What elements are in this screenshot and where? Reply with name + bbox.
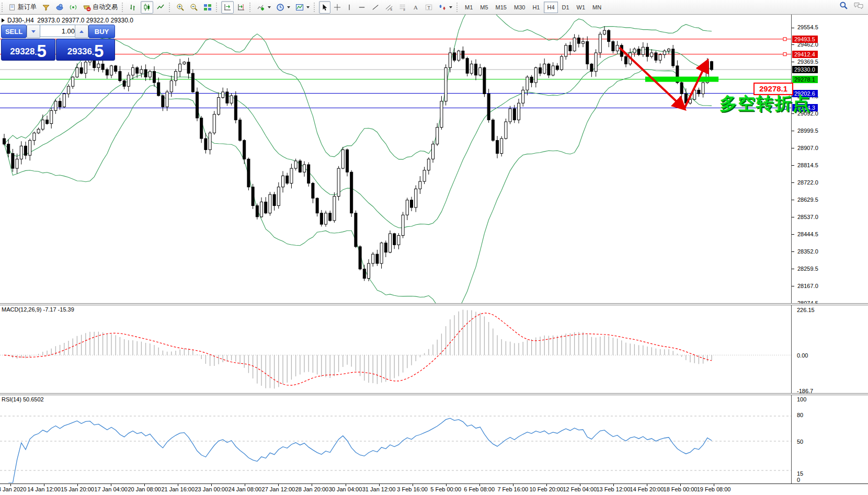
toolbar-grip[interactable] [314, 3, 316, 12]
price-tick: 28814.5 [797, 162, 818, 168]
arrows-button[interactable] [436, 1, 454, 14]
price-tick-dash [792, 251, 794, 252]
cursor-icon [321, 4, 328, 11]
market-button[interactable] [40, 1, 52, 14]
sell-price-frac: 5 [37, 42, 46, 60]
text-label-icon: T [425, 4, 433, 11]
rsi-axis-label: 50 [797, 439, 803, 445]
macd-axis-label: 226.15 [797, 307, 815, 313]
zoom-in-button[interactable] [174, 1, 187, 14]
chart-title: DJ30-,H4 29373.0 29377.0 29322.0 29330.0 [7, 17, 133, 24]
chart-candles-button[interactable] [141, 1, 153, 14]
price-line-label: 29330.0 [792, 66, 818, 73]
price-tick-dash [792, 286, 794, 286]
zoom-out-button[interactable] [188, 1, 200, 14]
chat-icon[interactable] [853, 1, 864, 10]
timeframe-bar: M1M5M15M30H1H4D1W1MN [461, 2, 605, 13]
zoom-in-icon [176, 3, 185, 11]
pane-divider[interactable] [0, 303, 868, 305]
toolbar-grip[interactable] [216, 3, 219, 12]
time-label: 30 Jan 04:00 [329, 486, 362, 492]
buy-button[interactable]: BUY [88, 25, 115, 38]
price-line-label: 29278.1 [792, 76, 818, 83]
volume-input[interactable] [40, 25, 78, 37]
rsi-axis-label: 80 [797, 412, 803, 418]
vertical-line-button[interactable] [344, 1, 355, 14]
timeframe-W1[interactable]: W1 [574, 2, 589, 13]
auto-scroll-button[interactable] [221, 1, 234, 14]
timeframe-H4[interactable]: H4 [544, 2, 557, 13]
timeframe-M5[interactable]: M5 [477, 2, 491, 13]
timeframe-H1[interactable]: H1 [529, 2, 543, 13]
market-icon [42, 3, 50, 11]
volume-up-button[interactable] [75, 25, 88, 38]
macd-pane[interactable] [0, 305, 791, 393]
community-button[interactable] [53, 1, 66, 14]
price-tick: 28722.0 [797, 179, 818, 186]
time-axis[interactable]: 13 Jan 202014 Jan 12:0015 Jan 20:0017 Ja… [0, 484, 868, 495]
horizontal-line-button[interactable] [356, 1, 368, 14]
macd-axis-label: 0.00 [797, 352, 808, 359]
arrows-caret-icon [449, 6, 452, 8]
time-label: 5 Feb 00:00 [430, 486, 461, 492]
svg-text:A: A [414, 4, 418, 10]
indicators-button[interactable] [255, 1, 273, 14]
periods-button[interactable] [274, 1, 292, 14]
time-label: 13 Jan 2020 [0, 486, 26, 492]
chart-window: DJ30-,H4 29373.0 29377.0 29322.0 29330.0… [0, 15, 868, 495]
chart-line-button[interactable] [154, 1, 167, 14]
timeframe-MN[interactable]: MN [589, 2, 604, 13]
time-label: 31 Jan 12:00 [362, 486, 396, 492]
new-order-button[interactable]: 新订单 [7, 1, 39, 14]
line-chart-icon [156, 3, 165, 11]
tile-windows-button[interactable] [201, 1, 214, 14]
price-line-label: 29493.5 [792, 36, 818, 43]
price-tick: 28999.5 [797, 128, 818, 134]
cursor-button[interactable] [319, 1, 330, 14]
main-chart[interactable] [0, 15, 791, 305]
price-tick: 28352.0 [797, 248, 818, 255]
time-label: 14 Jan 12:00 [27, 486, 61, 492]
trendline-button[interactable] [369, 1, 382, 14]
chart-shift-button[interactable] [235, 1, 247, 14]
one-click-trading-panel: SELL BUY 29328.5 29336.5 [1, 25, 114, 59]
channel-button[interactable]: E [383, 1, 395, 14]
sell-price-panel[interactable]: 29328.5 [1, 39, 55, 61]
text-label-button[interactable]: T [422, 1, 435, 14]
fibonacci-button[interactable]: F [396, 1, 409, 14]
price-tick-dash [792, 217, 794, 217]
pane-divider[interactable] [0, 393, 868, 395]
timeframe-D1[interactable]: D1 [559, 2, 573, 13]
auto-scroll-icon [223, 3, 232, 11]
toolbar-grip[interactable] [169, 3, 172, 12]
indicators-icon [257, 3, 265, 11]
crosshair-button[interactable] [332, 1, 343, 14]
macd-label: MACD(12,26,9) -7.17 -15.39 [2, 306, 74, 313]
toolbar-grip[interactable] [2, 3, 4, 12]
price-tick-dash [792, 44, 794, 45]
toolbar-grip[interactable] [249, 3, 252, 12]
text-button[interactable]: A [410, 1, 421, 14]
auto-trading-button[interactable]: 自动交易 [81, 1, 120, 14]
time-label: 10 Feb 20:00 [529, 486, 563, 492]
time-label: 14 Feb 20:00 [630, 486, 664, 492]
chart-bars-button[interactable] [127, 1, 140, 14]
price-tick: 28537.0 [797, 214, 818, 220]
signals-button[interactable] [67, 1, 79, 14]
templates-button[interactable] [293, 1, 312, 14]
rsi-pane[interactable] [0, 395, 791, 483]
volume-down-button[interactable] [27, 25, 40, 38]
turning-point-note[interactable]: 多空转折点 [719, 92, 811, 116]
sell-button[interactable]: SELL [1, 25, 27, 38]
timeframe-M30[interactable]: M30 [511, 2, 528, 13]
price-tick: 29554.5 [797, 24, 818, 30]
toolbar-grip[interactable] [122, 3, 124, 12]
buy-price-panel[interactable]: 29336.5 [56, 39, 115, 61]
vertical-line-icon [346, 4, 352, 11]
search-icon[interactable] [839, 1, 848, 10]
text-icon: A [412, 4, 419, 11]
time-label: 21 Jan 16:00 [161, 486, 195, 492]
timeframe-M15[interactable]: M15 [493, 2, 510, 13]
timeframe-M1[interactable]: M1 [462, 2, 476, 13]
toolbar-grip[interactable] [456, 3, 459, 12]
